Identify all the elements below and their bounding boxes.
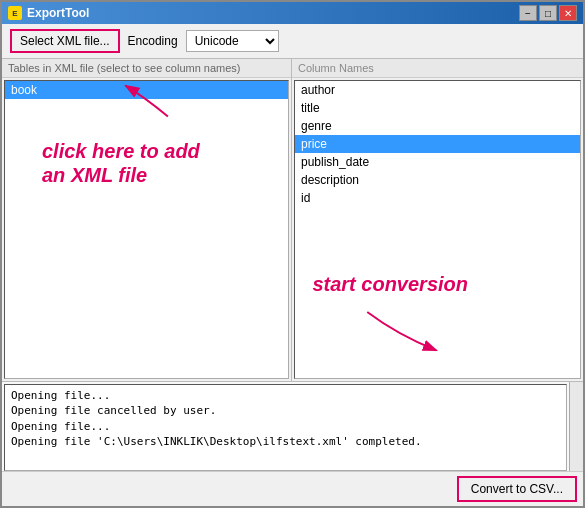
log-area-row: Opening file... Opening file cancelled b…: [2, 382, 583, 471]
column-item[interactable]: title: [295, 99, 580, 117]
convert-csv-button[interactable]: Convert to CSV...: [457, 476, 577, 502]
log-scrollbar[interactable]: [569, 382, 583, 471]
column-item[interactable]: id: [295, 189, 580, 207]
main-window: E ExportTool − □ ✕ Select XML file... En…: [0, 0, 585, 508]
bottom-bar: Convert to CSV...: [2, 471, 583, 506]
table-row[interactable]: book: [5, 81, 288, 99]
columns-panel-header: Column Names: [292, 59, 583, 78]
column-item[interactable]: price: [295, 135, 580, 153]
column-item[interactable]: author: [295, 81, 580, 99]
tables-panel: Tables in XML file (select to see column…: [2, 59, 292, 381]
select-xml-button[interactable]: Select XML file...: [10, 29, 120, 53]
column-item[interactable]: genre: [295, 117, 580, 135]
window-title: ExportTool: [27, 6, 89, 20]
column-item[interactable]: description: [295, 171, 580, 189]
log-area-wrapper: Opening file... Opening file cancelled b…: [2, 381, 583, 471]
close-button[interactable]: ✕: [559, 5, 577, 21]
column-item[interactable]: publish_date: [295, 153, 580, 171]
toolbar: Select XML file... Encoding Unicode UTF-…: [2, 24, 583, 59]
title-bar-left: E ExportTool: [8, 6, 89, 20]
encoding-select[interactable]: Unicode UTF-8 ASCII ISO-8859-1: [186, 30, 279, 52]
columns-list[interactable]: author title genre price publish_date de…: [294, 80, 581, 379]
window-controls: − □ ✕: [519, 5, 577, 21]
encoding-label: Encoding: [128, 34, 178, 48]
log-line: Opening file cancelled by user.: [11, 403, 560, 418]
main-content: Tables in XML file (select to see column…: [2, 59, 583, 381]
columns-panel: Column Names author title genre price pu…: [292, 59, 583, 381]
title-bar: E ExportTool − □ ✕: [2, 2, 583, 24]
log-area[interactable]: Opening file... Opening file cancelled b…: [4, 384, 567, 471]
maximize-button[interactable]: □: [539, 5, 557, 21]
log-line: Opening file...: [11, 419, 560, 434]
app-icon: E: [8, 6, 22, 20]
tables-panel-header: Tables in XML file (select to see column…: [2, 59, 291, 78]
minimize-button[interactable]: −: [519, 5, 537, 21]
tables-list[interactable]: book: [4, 80, 289, 379]
log-line: Opening file...: [11, 388, 560, 403]
log-line: Opening file 'C:\Users\INKLIK\Desktop\il…: [11, 434, 560, 449]
